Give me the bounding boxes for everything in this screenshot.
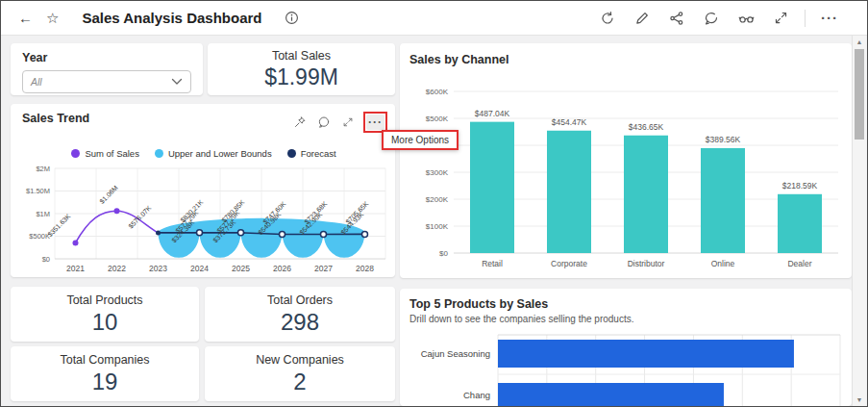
total-sales-card: Total Sales $1.99M (208, 43, 395, 95)
svg-text:$600K: $600K (426, 88, 449, 96)
svg-text:Online: Online (711, 259, 735, 268)
scroll-up-icon[interactable]: ▲ (853, 36, 866, 48)
fullscreen-icon[interactable] (768, 6, 793, 31)
top5-subtitle: Drill down to see the companies selling … (409, 314, 844, 324)
pin-icon[interactable] (291, 114, 309, 131)
year-filter-card: Year All (11, 43, 203, 95)
scroll-down-icon[interactable]: ▼ (853, 394, 866, 406)
svg-text:$454.47K: $454.47K (552, 117, 587, 127)
kpi-value: 2 (293, 369, 306, 395)
sales-trend-title: Sales Trend (22, 112, 89, 125)
legend-dot-icon (71, 149, 80, 158)
sales-by-channel-chart: $0$100K$200K$300K$400K$500K$600K$487.04K… (409, 66, 844, 286)
svg-text:2022: 2022 (108, 264, 126, 273)
sales-by-channel-card: Sales by Channel $0$100K$200K$300K$400K$… (400, 43, 852, 278)
refresh-icon[interactable] (595, 6, 620, 31)
svg-text:$1.06M: $1.06M (98, 184, 119, 205)
kpi-value: 10 (92, 309, 118, 336)
svg-text:2024: 2024 (190, 264, 209, 273)
trend-legend: Sum of SalesUpper and Lower BoundsForeca… (16, 148, 391, 159)
svg-text:2021: 2021 (66, 264, 85, 273)
info-icon[interactable] (285, 11, 299, 25)
kpi-label: Total Orders (267, 293, 333, 307)
svg-text:Distributor: Distributor (628, 259, 665, 268)
svg-text:$351.63K: $351.63K (46, 213, 71, 238)
svg-text:$100K: $100K (426, 222, 449, 231)
toolbar-divider (805, 10, 806, 27)
legend-item[interactable]: Forecast (287, 148, 336, 159)
chevron-down-icon (171, 78, 183, 86)
svg-text:$1M: $1M (36, 210, 50, 218)
more-icon[interactable]: ··· (817, 6, 842, 31)
more-options-tooltip: More Options (382, 130, 459, 150)
svg-text:2028: 2028 (356, 264, 374, 273)
svg-text:$0: $0 (42, 255, 50, 264)
sales-by-channel-title: Sales by Channel (409, 53, 844, 66)
share-icon[interactable] (664, 6, 689, 31)
kpi-label: Total Companies (60, 353, 149, 367)
year-dropdown-value: All (31, 76, 171, 88)
legend-item[interactable]: Upper and Lower Bounds (155, 148, 272, 159)
kpi-value: 19 (92, 369, 118, 395)
svg-text:$1.50M: $1.50M (26, 187, 50, 195)
svg-text:2025: 2025 (232, 264, 250, 273)
svg-text:$0: $0 (439, 249, 448, 258)
preview-glasses-icon[interactable] (733, 6, 758, 31)
comment-icon[interactable] (315, 114, 333, 131)
svg-text:Corporate: Corporate (551, 259, 587, 268)
dashboard-viewport: ← ☆ Sales Analysis Dashboard (0, 0, 868, 407)
svg-text:$200K: $200K (426, 195, 449, 204)
svg-text:2023: 2023 (149, 264, 167, 273)
page-title: Sales Analysis Dashboard (82, 10, 261, 26)
top5-products-card: Top 5 Products by Sales Drill down to se… (400, 289, 852, 406)
legend-item[interactable]: Sum of Sales (71, 148, 139, 159)
svg-text:$389.56K: $389.56K (706, 135, 741, 144)
svg-text:Chang: Chang (463, 390, 490, 400)
sales-trend-card: Sales Trend ··· Sum of SalesUpper and Lo… (11, 104, 395, 277)
svg-text:$436.65K: $436.65K (629, 122, 664, 132)
kpi-label: Total Sales (272, 49, 331, 63)
top5-title: Top 5 Products by Sales (409, 297, 844, 311)
svg-text:$218.59K: $218.59K (782, 181, 818, 191)
svg-text:Cajun Seasoning: Cajun Seasoning (421, 348, 490, 359)
svg-text:2026: 2026 (273, 264, 291, 273)
sales-trend-chart: $0$500K$1M$1.50M$2M202120222023202420252… (16, 159, 391, 286)
legend-label: Sum of Sales (85, 148, 139, 159)
comment-icon[interactable] (699, 6, 724, 31)
total-orders-card: Total Orders 298 (205, 287, 395, 342)
more-options-button[interactable]: ··· (366, 114, 384, 130)
edit-icon[interactable] (630, 6, 655, 31)
new-companies-card: New Companies 2 (205, 346, 395, 401)
favorite-star-icon[interactable]: ☆ (46, 11, 59, 25)
back-icon[interactable]: ← (18, 11, 33, 25)
kpi-value: 298 (281, 309, 319, 336)
year-filter-label: Year (22, 51, 191, 64)
kpi-label: Total Products (66, 293, 142, 307)
year-dropdown[interactable]: All (22, 70, 191, 93)
vertical-scrollbar[interactable]: ▲ ▼ (852, 36, 866, 406)
svg-text:$300K: $300K (426, 168, 449, 177)
svg-text:Retail: Retail (482, 259, 503, 268)
kpi-value: $1.99M (264, 64, 338, 90)
svg-text:Dealer: Dealer (787, 259, 811, 268)
svg-text:$487.04K: $487.04K (475, 109, 510, 118)
svg-text:$500K: $500K (426, 114, 449, 123)
total-companies-card: Total Companies 19 (11, 346, 199, 401)
legend-label: Upper and Lower Bounds (168, 148, 272, 159)
svg-text:$2M: $2M (36, 165, 50, 173)
maximize-icon[interactable] (339, 114, 357, 131)
top5-products-chart: Cajun SeasoningChang$231.99K (409, 324, 844, 406)
legend-label: Forecast (301, 148, 336, 159)
kpi-label: New Companies (256, 353, 344, 367)
legend-dot-icon (155, 149, 163, 158)
legend-dot-icon (287, 149, 296, 158)
top-bar: ← ☆ Sales Analysis Dashboard (1, 1, 867, 36)
total-products-card: Total Products 10 (11, 287, 199, 342)
svg-text:2027: 2027 (314, 264, 333, 273)
scrollbar-thumb[interactable] (855, 49, 864, 140)
